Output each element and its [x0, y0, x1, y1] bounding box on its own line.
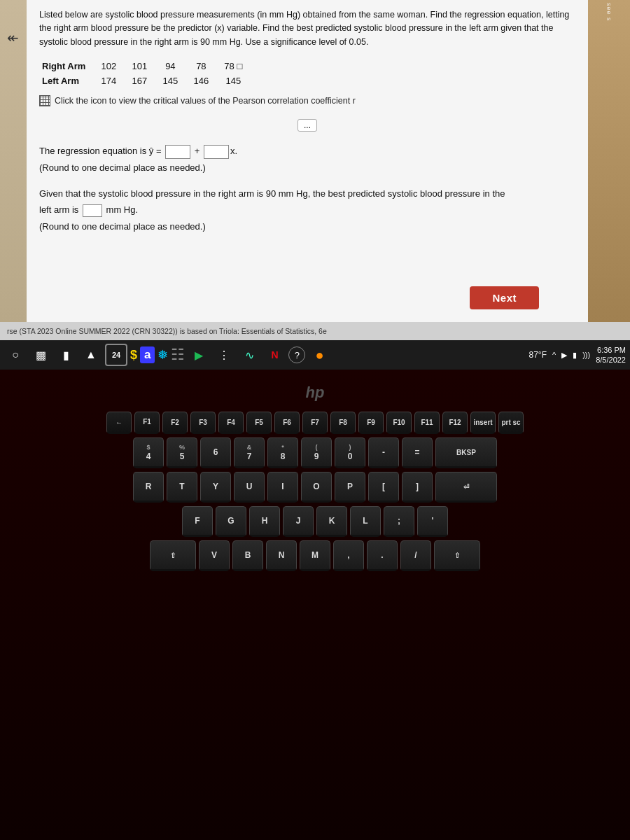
right-arm-val5: 78 □ — [221, 59, 255, 74]
key-h[interactable]: H — [249, 506, 280, 537]
left-arm-val3: 145 — [160, 74, 190, 88]
right-arm-val3: 94 — [160, 59, 190, 74]
key-f1[interactable]: F1 — [134, 412, 160, 434]
taskbar-folder-icon[interactable]: ▲ — [80, 344, 102, 366]
key-f12[interactable]: F12 — [442, 412, 468, 434]
taskbar-browser-icon[interactable]: ▮ — [55, 344, 77, 366]
key-r[interactable]: R — [133, 472, 164, 503]
key-0[interactable]: )0 — [335, 438, 365, 468]
icon-row[interactable]: Click the icon to view the critical valu… — [39, 95, 575, 106]
key-u[interactable]: U — [234, 472, 265, 503]
key-prt-sc[interactable]: prt sc — [498, 412, 524, 434]
regression-input-a[interactable] — [165, 145, 190, 159]
key-p[interactable]: P — [335, 472, 365, 503]
key-shift-left[interactable]: ⇧ — [150, 540, 196, 571]
hp-logo: hp — [306, 384, 325, 402]
qwerty-row: R T Y U I O P [ ] ⏎ — [133, 472, 497, 503]
given-section: Given that the systolic blood pressure i… — [39, 186, 575, 234]
key-shift-right[interactable]: ⇧ — [434, 540, 480, 571]
question-icon[interactable]: ? — [288, 346, 305, 363]
key-insert[interactable]: insert — [470, 412, 496, 434]
fn-key-row: ← F1 F2 F3 F4 F5 F6 F7 F8 F9 F10 F11 F12… — [106, 412, 524, 434]
key-k[interactable]: K — [316, 506, 347, 537]
taskbar-battery-icon: ▮ — [573, 351, 577, 360]
key-n[interactable]: N — [266, 540, 297, 571]
key-f3[interactable]: F3 — [190, 412, 216, 434]
taskbar-snowflake-icon[interactable]: ❅ — [158, 347, 168, 363]
key-v[interactable]: V — [199, 540, 230, 571]
key-o[interactable]: O — [301, 472, 332, 503]
next-button[interactable]: Next — [470, 286, 539, 309]
key-5[interactable]: %5 — [167, 438, 197, 468]
key-4[interactable]: $4 — [133, 438, 164, 468]
key-l[interactable]: L — [350, 506, 381, 537]
taskbar: ○ ▩ ▮ ▲ 24 $ a ❅ ☷ ▶ ⋮ ∿ N ? ● 87°F ^ ▶ … — [0, 340, 630, 370]
side-text: see s — [606, 3, 612, 22]
key-comma[interactable]: , — [333, 540, 364, 571]
taskbar-dollar-icon[interactable]: $ — [130, 348, 137, 363]
key-f2[interactable]: F2 — [162, 412, 188, 434]
dots-button[interactable]: ... — [298, 119, 317, 132]
side-strip-right: see s — [588, 0, 630, 322]
grid-app-icon[interactable]: ⋮ — [213, 344, 235, 366]
data-table: Right Arm 102 101 94 78 78 □ Left Arm 17… — [39, 59, 255, 88]
key-quote[interactable]: ' — [417, 506, 448, 537]
left-arm-val1: 174 — [98, 74, 129, 88]
netflix-icon[interactable]: N — [263, 344, 286, 366]
key-7[interactable]: &7 — [234, 438, 265, 468]
key-i[interactable]: I — [267, 472, 298, 503]
key-f8[interactable]: F8 — [330, 412, 356, 434]
left-arm-val5: 145 — [221, 74, 255, 88]
key-lbracket[interactable]: [ — [368, 472, 399, 503]
key-t[interactable]: T — [167, 472, 197, 503]
key-f11[interactable]: F11 — [414, 412, 440, 434]
taskbar-caret[interactable]: ^ — [552, 351, 556, 359]
footer-bar: rse (STA 2023 Online SUMMER 2022 (CRN 30… — [0, 322, 630, 340]
key-equals[interactable]: = — [402, 438, 433, 468]
wave-icon[interactable]: ∿ — [238, 344, 260, 366]
key-back[interactable]: ← — [106, 412, 132, 434]
bottom-row: ⇧ V B N M , . / ⇧ — [150, 540, 480, 571]
taskbar-dots-icon[interactable]: ☷ — [171, 346, 185, 364]
circle-icon[interactable]: ● — [308, 344, 330, 366]
key-f5[interactable]: F5 — [246, 412, 272, 434]
right-arm-val1: 102 — [98, 59, 129, 74]
key-f4[interactable]: F4 — [218, 412, 244, 434]
left-arm-val4: 146 — [190, 74, 221, 88]
right-arm-label: Right Arm — [39, 59, 98, 74]
key-minus[interactable]: - — [368, 438, 399, 468]
back-arrow[interactable]: ↞ — [7, 29, 19, 46]
key-enter-top[interactable]: ⏎ — [435, 472, 497, 503]
key-backspace[interactable]: BKSP — [435, 438, 497, 468]
key-y[interactable]: Y — [200, 472, 231, 503]
key-9[interactable]: (9 — [301, 438, 332, 468]
spotify-icon[interactable]: ▶ — [188, 344, 210, 366]
key-b[interactable]: B — [232, 540, 263, 571]
search-icon[interactable]: ○ — [4, 344, 27, 366]
taskbar-letter-a[interactable]: a — [140, 346, 155, 363]
key-f7[interactable]: F7 — [302, 412, 328, 434]
key-j[interactable]: J — [283, 506, 314, 537]
key-m[interactable]: M — [300, 540, 330, 571]
key-period[interactable]: . — [367, 540, 398, 571]
key-semicolon[interactable]: ; — [384, 506, 414, 537]
content-panel: Listed below are systolic blood pressure… — [27, 0, 588, 322]
left-arm-label: Left Arm — [39, 74, 98, 88]
key-slash[interactable]: / — [400, 540, 431, 571]
key-f6[interactable]: F6 — [274, 412, 300, 434]
key-f10[interactable]: F10 — [386, 412, 412, 434]
taskbar-windows-icon[interactable]: ▩ — [29, 344, 52, 366]
grid-icon — [39, 95, 50, 106]
regression-input-b[interactable] — [204, 145, 229, 159]
regression-note: (Round to one decimal place as needed.) — [39, 160, 575, 176]
home-row: F G H J K L ; ' — [182, 506, 448, 537]
key-8[interactable]: *8 — [267, 438, 298, 468]
key-f9[interactable]: F9 — [358, 412, 384, 434]
right-arm-val4: 78 — [190, 59, 221, 74]
key-f[interactable]: F — [182, 506, 213, 537]
key-rbracket[interactable]: ] — [402, 472, 433, 503]
taskbar-date-badge[interactable]: 24 — [105, 344, 127, 366]
given-answer-input[interactable] — [83, 204, 102, 217]
key-g[interactable]: G — [216, 506, 246, 537]
key-6[interactable]: 6 — [200, 438, 231, 468]
